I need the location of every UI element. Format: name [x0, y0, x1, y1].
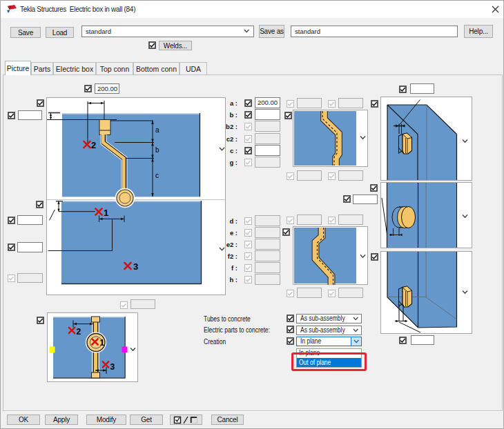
- svg-text:2: 2: [91, 140, 96, 150]
- svg-text:b: b: [155, 146, 159, 154]
- svg-text:1: 1: [104, 208, 108, 218]
- svg-text:c: c: [155, 172, 159, 179]
- svg-text:2: 2: [77, 327, 81, 337]
- svg-text:3: 3: [110, 362, 115, 372]
- svg-text:a: a: [155, 126, 159, 134]
- svg-text:3: 3: [133, 261, 138, 272]
- svg-text:1: 1: [100, 338, 105, 348]
